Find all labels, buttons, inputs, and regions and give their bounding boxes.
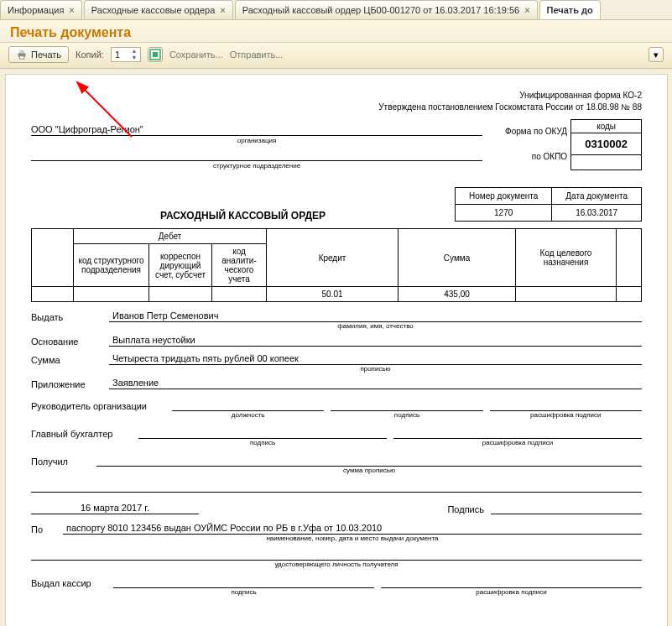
- print-button[interactable]: Печать: [8, 46, 69, 63]
- doc-num-date-table: Номер документаДата документа 127016.03.…: [455, 187, 642, 222]
- tab-journal[interactable]: Расходные кассовые ордера×: [84, 0, 233, 19]
- sum-subline: прописью: [109, 365, 642, 373]
- issue-value: Иванов Петр Семенович: [109, 310, 642, 322]
- spin-up-icon[interactable]: ▲: [130, 48, 138, 55]
- close-icon[interactable]: ×: [69, 5, 74, 15]
- head-position: [172, 399, 324, 411]
- send-link[interactable]: Отправить...: [230, 50, 284, 60]
- refresh-icon[interactable]: [148, 47, 163, 62]
- received-label: Получил: [31, 456, 90, 467]
- chief-acc-sign: [138, 427, 387, 439]
- okud-code: 0310002: [571, 133, 642, 155]
- chief-acc-decode: [393, 427, 642, 439]
- okud-label: Форма по ОКУД: [482, 127, 570, 136]
- org-subline: организация: [31, 137, 482, 144]
- basis-value: Выплата неустойки: [109, 335, 642, 347]
- cashier-sign: [113, 576, 374, 588]
- passport-value: паспорту 8010 123456 выдан ОУЙМС России …: [63, 523, 642, 535]
- okpo-label: по ОКПО: [482, 152, 570, 161]
- form-header: Унифицированная форма КО-2 Утверждена по…: [31, 90, 642, 113]
- doc-date: 16.03.2017: [552, 205, 642, 222]
- table-row: 50.01 435,00: [32, 287, 642, 302]
- doc-num: 1270: [455, 205, 551, 222]
- tab-print[interactable]: Печать до: [539, 0, 601, 19]
- save-link[interactable]: Сохранить...: [169, 50, 223, 60]
- attach-value: Заявление: [109, 378, 642, 389]
- doc-title: РАСХОДНЫЙ КАССОВЫЙ ОРДЕР: [31, 210, 455, 222]
- print-preview: Унифицированная форма КО-2 Утверждена по…: [5, 74, 668, 626]
- printer-icon: [16, 49, 28, 60]
- head-label: Руководитель организации: [31, 401, 165, 411]
- by-label: По: [31, 524, 56, 535]
- issue-label: Выдать: [31, 312, 102, 322]
- tab-doc[interactable]: Расходный кассовый ордер ЦБ00-001270 от …: [235, 0, 538, 19]
- date-value: 16 марта 2017 г.: [31, 503, 199, 514]
- attach-label: Приложение: [31, 379, 102, 389]
- chevron-down-icon[interactable]: ▾: [649, 47, 664, 62]
- sum-value: Четыреста тридцать пять рублей 00 копеек: [109, 353, 642, 365]
- received-subline: сумма прописью: [96, 467, 642, 474]
- sum-label: Сумма: [31, 355, 102, 365]
- close-icon[interactable]: ×: [524, 5, 529, 15]
- org-name: ООО "Цифроград-Регион": [31, 124, 482, 136]
- svg-rect-1: [19, 50, 23, 54]
- basis-label: Основание: [31, 336, 102, 347]
- copies-input[interactable]: 1 ▲▼: [111, 47, 141, 62]
- sign-line: [491, 503, 642, 514]
- svg-rect-2: [19, 56, 23, 60]
- id-subline: удостоверяющего личность получателя: [31, 561, 642, 568]
- sign-label: Подпись: [447, 504, 484, 514]
- head-sign: [331, 399, 482, 411]
- page-title: Печать документа: [0, 20, 672, 43]
- tab-info[interactable]: Информация×: [0, 0, 82, 19]
- spin-down-icon[interactable]: ▼: [130, 55, 138, 61]
- cashier-decode: [381, 576, 642, 588]
- received-value: [96, 455, 642, 467]
- main-table: Дебет Кредит Сумма Код целевого назначен…: [31, 228, 642, 302]
- okpo-code: [571, 155, 642, 170]
- chief-acc-label: Главный бухгалтер: [31, 429, 132, 439]
- copies-label: Копий:: [76, 50, 104, 60]
- passport-subline: наименование, номер, дата и место выдачи…: [63, 535, 642, 542]
- head-decode: [490, 399, 642, 411]
- svg-rect-4: [153, 52, 158, 57]
- codes-table: коды 0310002: [570, 119, 642, 170]
- dept-subline: структурное подразделение: [31, 162, 482, 170]
- tab-bar: Информация× Расходные кассовые ордера× Р…: [0, 0, 672, 20]
- issue-subline: фамилия, имя, отчество: [109, 322, 642, 330]
- toolbar: Печать Копий: 1 ▲▼ Сохранить... Отправит…: [0, 43, 672, 69]
- dept-name: [31, 149, 482, 161]
- cashier-label: Выдал кассир: [31, 578, 107, 588]
- close-icon[interactable]: ×: [220, 5, 225, 15]
